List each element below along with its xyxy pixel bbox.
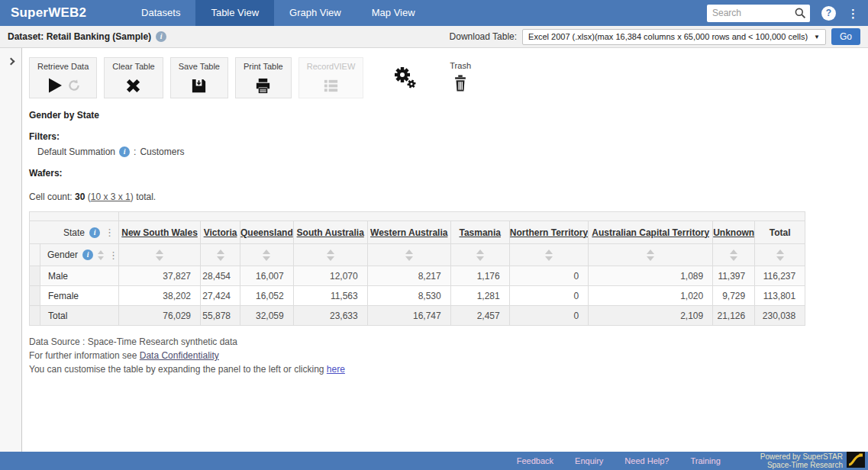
- download-group: Download Table: Excel 2007 (.xlsx)(max 1…: [450, 28, 860, 45]
- filters-heading: Filters:: [29, 131, 868, 142]
- go-button[interactable]: Go: [831, 28, 860, 45]
- recordview-button[interactable]: RecordVIEW: [298, 57, 364, 98]
- column-header-tas[interactable]: Tasmania: [459, 227, 500, 238]
- cell-value: 9,729: [713, 286, 755, 306]
- sort-icon[interactable]: [730, 249, 737, 261]
- need-help-link[interactable]: Need Help?: [624, 456, 669, 465]
- navbar-right: [707, 0, 868, 26]
- powered-line-2: Space-Time Research: [760, 461, 843, 469]
- cell-value: 0: [509, 306, 588, 326]
- feedback-link[interactable]: Feedback: [517, 456, 553, 465]
- dataset-info-icon[interactable]: [156, 31, 166, 42]
- filter-separator: :: [134, 146, 136, 157]
- column-header-unknown[interactable]: Unknown: [713, 227, 754, 238]
- data-confidentiality-link[interactable]: Data Confidentiality: [140, 350, 219, 361]
- print-table-label: Print Table: [244, 62, 283, 71]
- left-panel-collapsed: [0, 48, 22, 452]
- retrieve-data-button[interactable]: Retrieve Data: [29, 57, 97, 98]
- gender-info-icon[interactable]: [82, 249, 93, 260]
- column-header-wa[interactable]: Western Australia: [370, 227, 447, 238]
- row-dimension-row: Gender: [30, 244, 805, 266]
- clear-x-icon: [124, 77, 142, 95]
- enquiry-link[interactable]: Enquiry: [575, 456, 603, 465]
- download-format-value: Excel 2007 (.xlsx)(max 16,384 columns x …: [528, 32, 808, 41]
- search-icon[interactable]: [794, 7, 806, 19]
- column-header-sa[interactable]: South Australia: [297, 227, 364, 238]
- save-table-button[interactable]: Save Table: [170, 57, 228, 98]
- table-notes: Data Source : Space-Time Research synthe…: [29, 335, 868, 376]
- cell-value: 1,281: [450, 286, 509, 306]
- printer-icon: [254, 77, 272, 95]
- gender-sort-icon[interactable]: [98, 250, 104, 260]
- cell-value: 230,038: [755, 306, 805, 326]
- gender-menu-icon[interactable]: [108, 250, 118, 260]
- state-info-icon[interactable]: [89, 227, 100, 238]
- table-row-female: Female 38,202 27,424 16,052 11,563 8,530…: [30, 286, 805, 306]
- cell-value: 12,070: [293, 266, 367, 286]
- download-format-select[interactable]: Excel 2007 (.xlsx)(max 16,384 columns x …: [522, 29, 826, 45]
- nav-item-graph-view[interactable]: Graph View: [274, 0, 357, 26]
- nav-item-datasets[interactable]: Datasets: [126, 0, 195, 26]
- table-options-button[interactable]: [393, 57, 418, 98]
- top-navbar: SuperWEB2 Datasets Table View Graph View…: [0, 0, 868, 26]
- nav-item-table-view[interactable]: Table View: [195, 0, 274, 26]
- recordview-label: RecordVIEW: [307, 62, 356, 71]
- sort-icon[interactable]: [156, 249, 163, 261]
- results-table: State New South Wales Victoria Queenslan…: [29, 211, 805, 326]
- sort-icon[interactable]: [776, 249, 784, 261]
- cell-value: 2,109: [589, 306, 713, 326]
- cell-value: 76,029: [119, 306, 201, 326]
- dataset-title-text: Dataset: Retail Banking (Sample): [8, 31, 151, 42]
- cell-value: 16,007: [240, 266, 294, 286]
- app-logo[interactable]: SuperWEB2: [0, 0, 98, 26]
- expand-panel-icon[interactable]: [7, 58, 15, 66]
- overflow-menu-icon[interactable]: [847, 8, 859, 19]
- cell-value: 16,052: [240, 286, 294, 306]
- cell-value: 21,126: [713, 306, 755, 326]
- cell-value: 8,530: [367, 286, 450, 306]
- cell-value: 23,633: [293, 306, 367, 326]
- customise-here-link[interactable]: here: [327, 364, 345, 375]
- sort-icon[interactable]: [217, 249, 224, 261]
- sort-icon[interactable]: [476, 249, 484, 261]
- sort-icon[interactable]: [647, 249, 654, 261]
- filter-item: Default Summation : Customers: [29, 146, 868, 157]
- trash-button[interactable]: Trash: [450, 57, 471, 98]
- training-link[interactable]: Training: [690, 456, 720, 465]
- column-header-nt[interactable]: Northern Territory: [510, 227, 588, 238]
- column-header-qld[interactable]: Queensland: [240, 227, 293, 238]
- column-header-vic[interactable]: Victoria: [204, 227, 237, 238]
- sort-icon[interactable]: [405, 249, 413, 261]
- cell-value: 28,454: [201, 266, 240, 286]
- confidentiality-note-text: For further information see: [29, 350, 137, 361]
- filter-info-icon[interactable]: [119, 146, 130, 157]
- clear-table-button[interactable]: Clear Table: [104, 57, 163, 98]
- download-table-label: Download Table:: [450, 31, 518, 42]
- cell-count-value: 30: [75, 192, 85, 202]
- state-menu-icon[interactable]: [105, 227, 115, 237]
- clear-table-label: Clear Table: [112, 62, 154, 71]
- sort-icon[interactable]: [263, 249, 270, 261]
- row-label: Total: [40, 306, 119, 326]
- dataset-title: Dataset: Retail Banking (Sample): [8, 31, 166, 42]
- row-label: Female: [40, 286, 119, 306]
- cell-count-suffix: total.: [136, 192, 156, 202]
- retrieve-data-label: Retrieve Data: [37, 62, 89, 71]
- table-row-total: Total 76,029 55,878 32,059 23,633 16,747…: [30, 306, 805, 326]
- refresh-icon: [67, 79, 81, 92]
- sort-icon[interactable]: [545, 249, 553, 261]
- customise-note-text: You can customise the table by expanding…: [29, 364, 324, 375]
- help-icon[interactable]: [821, 6, 836, 21]
- nav-item-map-view[interactable]: Map View: [357, 0, 431, 26]
- cell-count-link[interactable]: 10 x 3 x 1: [91, 192, 131, 202]
- superstar-logo-icon: [847, 452, 865, 470]
- cell-value: 16,747: [367, 306, 450, 326]
- column-header-nsw[interactable]: New South Wales: [121, 227, 198, 238]
- table-toolbar: Retrieve Data Clear Table Save Table Pri…: [29, 57, 868, 98]
- sort-icon[interactable]: [327, 249, 334, 261]
- cell-count-line: Cell count: 30 (10 x 3 x 1) total.: [29, 192, 868, 202]
- print-table-button[interactable]: Print Table: [235, 57, 292, 98]
- search-input[interactable]: [712, 8, 794, 18]
- column-header-act[interactable]: Australian Capital Territory: [592, 227, 709, 238]
- cell-value: 1,176: [450, 266, 509, 286]
